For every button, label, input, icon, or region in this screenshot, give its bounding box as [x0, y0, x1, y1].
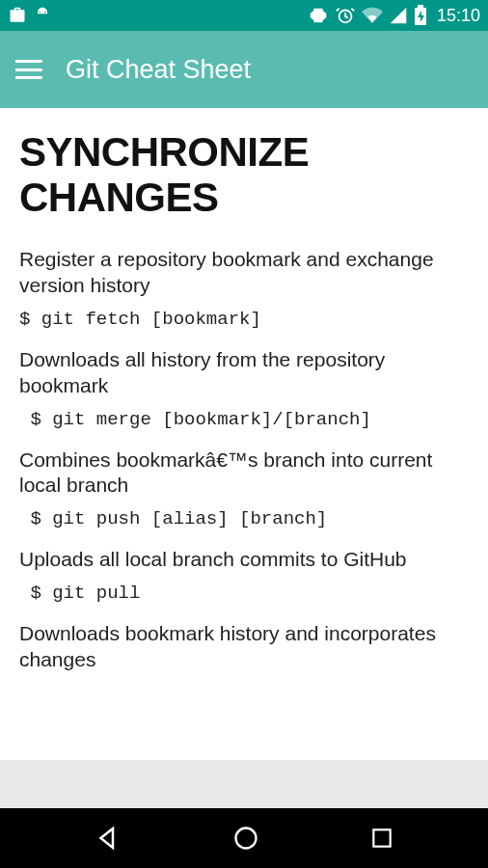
recents-button[interactable]: [369, 826, 394, 851]
wifi-icon: [362, 5, 383, 26]
menu-icon[interactable]: [15, 60, 42, 79]
status-right: 15:10: [308, 5, 480, 26]
briefcase-check-icon: [8, 6, 27, 25]
alarm-icon: [335, 5, 356, 26]
item-cmd: $ git pull: [19, 583, 469, 604]
item-cmd: $ git fetch [bookmark]: [19, 309, 469, 330]
status-bar: 15:10: [0, 0, 488, 31]
section-heading: SYNCHRONIZE CHANGES: [19, 129, 469, 220]
item-desc: Uploads all local branch commits to GitH…: [19, 547, 469, 573]
item-desc: Combines bookmarkâ€™s branch into curren…: [19, 448, 469, 500]
item-cmd: $ git push [alias] [branch]: [19, 508, 469, 529]
vibrate-icon: [308, 5, 329, 26]
status-left: [8, 6, 52, 25]
nav-bar: [0, 808, 488, 868]
item-cmd: $ git merge [bookmark]/[branch]: [19, 409, 469, 430]
svg-point-3: [236, 828, 257, 849]
item-desc: Register a repository bookmark and excha…: [19, 247, 469, 299]
item-desc: Downloads all history from the repositor…: [19, 347, 469, 399]
svg-rect-2: [418, 5, 423, 8]
home-button[interactable]: [232, 825, 259, 852]
item-desc: Downloads bookmark history and incorpora…: [19, 621, 469, 673]
back-button[interactable]: [94, 824, 122, 853]
content-area[interactable]: SYNCHRONIZE CHANGES Register a repositor…: [0, 108, 488, 702]
app-title: Git Cheat Sheet: [66, 55, 251, 85]
android-icon: [33, 6, 52, 25]
bottom-spacer: [0, 760, 488, 808]
battery-charging-icon: [414, 5, 427, 26]
signal-icon: [389, 6, 408, 25]
svg-rect-4: [373, 829, 390, 846]
clock: 15:10: [437, 6, 480, 26]
app-bar: Git Cheat Sheet: [0, 31, 488, 108]
